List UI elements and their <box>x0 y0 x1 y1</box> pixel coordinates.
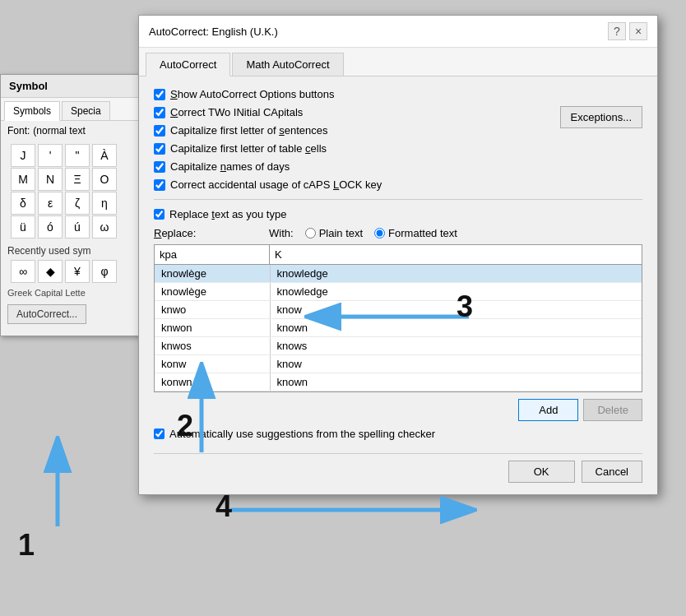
table-cell-with: known <box>270 373 642 391</box>
checkbox-row-show: Show AutoCorrect Options buttons <box>154 88 642 100</box>
symbol-tabs: Symbols Specia <box>1 98 143 121</box>
symbol-cell[interactable]: M <box>11 168 35 191</box>
with-input[interactable] <box>270 245 642 264</box>
tab-symbols[interactable]: Symbols <box>4 101 60 121</box>
symbol-cell[interactable]: N <box>38 168 63 191</box>
table-row[interactable]: knwos knows <box>155 337 642 355</box>
dialog-titlebar: AutoCorrect: English (U.K.) ? × <box>139 16 657 48</box>
symbol-cell[interactable]: η <box>92 192 117 215</box>
font-label: Font: <box>7 125 30 137</box>
table-row[interactable]: knowlège knowledge <box>155 265 642 283</box>
titlebar-buttons: ? × <box>608 22 647 40</box>
input-row <box>154 244 642 265</box>
delete-button[interactable]: Delete <box>583 399 642 421</box>
correct-two-initial-checkbox[interactable] <box>154 107 165 118</box>
recent-symbol[interactable]: ∞ <box>11 260 35 283</box>
close-button[interactable]: × <box>629 22 647 40</box>
with-column-label: With: <box>269 227 294 239</box>
tab-math-autocorrect[interactable]: Math AutoCorrect <box>232 53 343 76</box>
capitalize-days-checkbox[interactable] <box>154 161 165 173</box>
replace-text-checkbox[interactable] <box>154 209 165 220</box>
symbol-cell[interactable]: À <box>92 144 117 167</box>
replace-checkbox-row: Replace text as you type <box>154 208 642 220</box>
show-autocorrect-label[interactable]: Show AutoCorrect Options buttons <box>170 88 334 100</box>
caps-lock-label[interactable]: Correct accidental usage of cAPS LOCK ke… <box>170 178 382 191</box>
arrow-4-svg <box>222 493 477 526</box>
recent-symbol[interactable]: ◆ <box>38 260 63 283</box>
table-cell-replace: knwon <box>155 319 270 337</box>
symbol-cell[interactable]: ü <box>11 215 35 239</box>
symbol-cell[interactable]: Ξ <box>65 168 90 191</box>
table-cell-with: knowledge <box>270 265 642 283</box>
plain-text-radio[interactable] <box>305 228 316 239</box>
autocorrect-button[interactable]: AutoCorrect... <box>7 304 86 324</box>
symbol-cell[interactable]: ó <box>38 215 63 239</box>
caps-lock-checkbox[interactable] <box>154 179 165 191</box>
symbol-cell[interactable]: O <box>92 168 117 191</box>
correct-two-initial-label[interactable]: Correct TWo INitial CApitals <box>170 106 303 118</box>
capitalize-table-checkbox[interactable] <box>154 143 165 155</box>
tab-autocorrect[interactable]: AutoCorrect <box>146 53 230 76</box>
symbol-cell[interactable]: ú <box>65 215 90 239</box>
table-cell-replace: knwos <box>155 337 270 355</box>
table-row[interactable]: konw know <box>155 355 642 373</box>
arrow-1-svg <box>25 436 90 535</box>
greek-label: Greek Capital Lette <box>1 283 143 301</box>
symbol-cell[interactable]: " <box>65 144 90 167</box>
table-row[interactable]: konwn known <box>155 373 642 391</box>
symbol-grid: J ' " À M N Ξ O δ ε ζ η ü ó ú ω <box>4 141 143 242</box>
spelling-row: Automatically use suggestions from the s… <box>154 428 642 440</box>
symbol-window-title: Symbol <box>1 75 143 98</box>
annotation-3: 3 <box>457 292 473 322</box>
table-cell-with: knows <box>270 337 642 355</box>
table-row[interactable]: knowlège knowledge <box>155 283 642 301</box>
replace-input[interactable] <box>155 245 270 264</box>
symbol-cell[interactable]: ω <box>92 215 117 239</box>
formatted-text-radio-label[interactable]: Formatted text <box>374 227 457 239</box>
capitalize-sentence-checkbox[interactable] <box>154 125 165 137</box>
font-value: (normal text <box>33 125 85 137</box>
checkbox-row-twoInitial: Correct TWo INitial CApitals Exceptions.… <box>154 106 642 118</box>
checkbox-row-names-days: Capitalize names of days <box>154 160 642 173</box>
replace-text-label[interactable]: Replace text as you type <box>169 208 286 220</box>
recently-used-label: Recently used sym <box>1 242 143 260</box>
replace-column-label: Replace: <box>154 227 269 239</box>
table-cell-with: know <box>270 355 642 373</box>
table-cell-replace: knwo <box>155 301 270 319</box>
recent-symbol[interactable]: ¥ <box>65 260 90 283</box>
table-cell-with: knowledge <box>270 283 642 301</box>
capitalize-table-label[interactable]: Capitalize first letter of table cells <box>170 142 327 155</box>
checkbox-row-capitalize-table: Capitalize first letter of table cells <box>154 142 642 155</box>
show-autocorrect-checkbox[interactable] <box>154 89 165 100</box>
symbol-cell[interactable]: ζ <box>65 192 90 215</box>
formatted-text-radio[interactable] <box>374 228 385 239</box>
help-button[interactable]: ? <box>608 22 626 40</box>
table-cell-replace: knowlège <box>155 265 270 283</box>
symbol-cell[interactable]: ' <box>38 144 63 167</box>
cancel-button[interactable]: Cancel <box>582 461 642 483</box>
action-buttons: Add Delete <box>154 399 642 421</box>
recent-symbol[interactable]: φ <box>92 260 117 283</box>
radio-group: Plain text Formatted text <box>305 227 457 239</box>
top-checkboxes-section: Show AutoCorrect Options buttons Correct… <box>154 88 642 191</box>
ok-cancel-row: OK Cancel <box>154 453 642 483</box>
table-cell-replace: knowlège <box>155 283 270 301</box>
ok-button[interactable]: OK <box>508 461 575 483</box>
symbol-cell[interactable]: δ <box>11 192 35 215</box>
tab-special[interactable]: Specia <box>62 101 110 120</box>
spelling-checkbox[interactable] <box>154 428 165 439</box>
font-row: Font: (normal text <box>1 121 143 141</box>
arrow-3-svg <box>304 300 477 333</box>
symbol-cell[interactable]: ε <box>38 192 63 215</box>
symbol-cell[interactable]: J <box>11 144 35 167</box>
annotation-2: 2 <box>177 411 193 441</box>
exceptions-button[interactable]: Exceptions... <box>560 106 642 128</box>
annotation-1: 1 <box>18 530 35 560</box>
section-divider <box>154 199 642 200</box>
dialog-title: AutoCorrect: English (U.K.) <box>149 25 278 38</box>
capitalize-sentence-label[interactable]: Capitalize first letter of sentences <box>170 124 327 137</box>
plain-text-radio-label[interactable]: Plain text <box>305 227 363 239</box>
checkbox-row-caps-lock: Correct accidental usage of cAPS LOCK ke… <box>154 178 642 191</box>
add-button[interactable]: Add <box>518 399 578 421</box>
capitalize-days-label[interactable]: Capitalize names of days <box>170 160 290 173</box>
